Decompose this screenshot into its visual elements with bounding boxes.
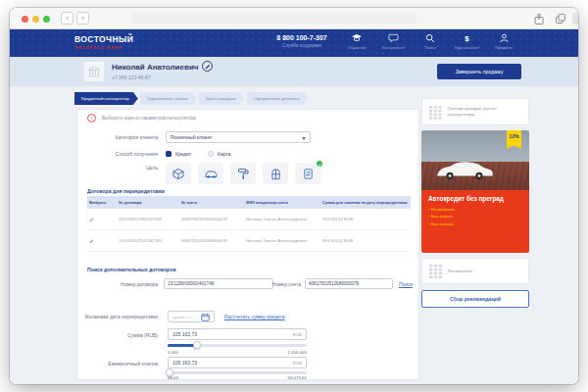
category-label: Категория клиента <box>81 134 158 140</box>
browser-forward-button[interactable]: › <box>76 12 89 24</box>
grid-icon <box>428 105 442 120</box>
bank-logo[interactable]: ВОСТОЧНЫЙ ЭКСПРЕСС БАНК <box>74 34 133 50</box>
row-checkbox[interactable]: ✓ <box>87 209 117 230</box>
finish-sale-button[interactable]: Завершить продажу <box>437 64 521 79</box>
category-value: Розничный клиент <box>171 134 213 140</box>
tab-credit-calculator[interactable]: Кредитный калькулятор <box>74 92 138 105</box>
banner-bullet: Без заботы <box>428 221 522 226</box>
support-phone-number: 8 800 100-7-307 <box>260 34 344 41</box>
browser-chrome: ‹ › <box>10 8 578 29</box>
box-icon <box>172 168 185 180</box>
amount-label: Сумма (RUB) <box>81 332 158 338</box>
nav-item-search[interactable]: Поиск <box>413 33 448 50</box>
classic-car-image <box>433 158 496 181</box>
nav-item-education[interactable]: Обучение <box>339 33 374 50</box>
row-owner: Ниглова Таисия Александровна <box>244 209 320 230</box>
browser-back-button[interactable]: ‹ <box>61 12 74 24</box>
amount-input[interactable]: 105 163,73 RUB <box>168 328 307 340</box>
nav-item-profile[interactable]: Профиль <box>486 33 521 50</box>
radio-card-label[interactable]: Карта <box>218 151 230 157</box>
payment-slider-track[interactable] <box>168 371 307 374</box>
banner-bullet: Без залога <box>428 214 522 219</box>
search-link[interactable]: Поиск <box>399 281 413 287</box>
col-contract[interactable]: № договора <box>117 196 179 209</box>
share-icon[interactable] <box>533 13 545 25</box>
purpose-mortgage-button[interactable] <box>263 163 288 184</box>
account-number-input[interactable] <box>305 278 393 289</box>
amount-currency: RUB <box>293 332 302 337</box>
dollar-icon: $ <box>465 33 468 43</box>
print-card[interactable]: Распечатать <box>421 258 529 284</box>
maximize-window-button[interactable] <box>43 16 50 23</box>
edit-client-button[interactable] <box>202 61 213 72</box>
amount-slider-track[interactable] <box>168 344 307 347</box>
warning-icon: ! <box>87 114 96 122</box>
collect-recommendations-button[interactable]: Сбор рекомендаций <box>421 290 529 308</box>
support-phone-block: 8 800 100-7-307 Служба поддержки <box>260 34 344 48</box>
address-bar[interactable] <box>132 13 416 24</box>
client-phone: +7 345 123-45-67 <box>112 74 151 80</box>
radio-credit-label[interactable]: Кредит <box>175 151 191 157</box>
method-label: Способ получения <box>81 151 158 157</box>
client-bar: Николай Анатолиевич +7 345 123-45-67 Зав… <box>10 57 578 86</box>
calculate-credit-link[interactable]: Рассчитать сумму кредита <box>224 314 285 319</box>
table-row[interactable]: ✓ 74/1026/5/7547/347384 4081781051268000… <box>87 230 411 252</box>
radio-credit[interactable] <box>166 151 172 157</box>
client-avatar <box>83 61 105 82</box>
autocredit-banner[interactable]: 12% Автокредит без преград Наличными Без… <box>421 130 529 253</box>
right-sidebar: Счетчик доходов, расчет калькулятора 12%… <box>421 86 529 384</box>
row-contract: 74/1026/5/7547/347384 <box>117 230 179 252</box>
purpose-repair-button[interactable] <box>230 163 256 184</box>
col-sum[interactable]: Сумма для гашения на дату перекредитовки <box>320 196 411 209</box>
radio-card[interactable] <box>208 151 214 157</box>
tab-bar: Кредитный калькулятор Оформление заявки … <box>74 92 311 105</box>
purpose-refinance-button[interactable]: ✓ <box>295 163 320 184</box>
browser-window: ‹ › ВОСТОЧНЫЙ ЭКСПРЕСС БАНК 8 800 100-7-… <box>10 8 578 384</box>
row-checkbox[interactable]: ✓ <box>87 230 117 252</box>
rate-badge: 12% <box>507 130 521 149</box>
warning-text: Выберите один из параметров калькулятора <box>102 116 196 121</box>
client-category-select[interactable]: Розничный клиент <box>166 131 311 143</box>
purpose-car-button[interactable] <box>198 163 223 184</box>
chat-icon <box>388 33 399 43</box>
income-counter-card[interactable]: Счетчик доходов, расчет калькулятора <box>421 98 529 125</box>
table-row[interactable]: ✓ 4115/58/5/7481/347334 4081781031268000… <box>87 209 411 230</box>
header-nav: Обучение Консультант Поиск $ Курсы валют <box>339 33 521 50</box>
person-icon <box>499 33 510 43</box>
amount-max: 1 000 000 <box>168 350 307 355</box>
toolbar-extra-icon[interactable] <box>572 13 578 24</box>
nav-item-currency[interactable]: $ Курсы валют <box>450 33 485 50</box>
col-select[interactable]: Выбрать <box>87 196 117 209</box>
purpose-goods-button[interactable] <box>166 163 191 184</box>
payment-input[interactable]: 105 163,73 RUB <box>168 357 307 368</box>
contracts-section-title: Договора для перекредитовки <box>87 188 165 194</box>
calendar-icon[interactable] <box>201 313 210 321</box>
chevron-down-icon <box>302 137 306 140</box>
app-header: ВОСТОЧНЫЙ ЭКСПРЕСС БАНК 8 800 100-7-307 … <box>10 29 578 57</box>
tab-deposit[interactable]: Оформление депозита <box>247 92 309 105</box>
tabs-overview-icon[interactable] <box>555 13 566 25</box>
contract-number-label: Номер договора <box>40 281 158 287</box>
minimize-window-button[interactable] <box>32 16 39 23</box>
forward-icon: › <box>81 14 84 23</box>
bank-building-icon <box>87 66 101 78</box>
tab-cross-sales[interactable]: Кросс-продажи <box>199 92 245 105</box>
col-account[interactable]: № счета <box>179 196 244 209</box>
search-icon <box>425 33 435 43</box>
refinance-date-input[interactable]: дд.мм.гггг <box>168 311 215 322</box>
payment-value: 105 163,73 <box>172 360 197 366</box>
search-section-title: Поиск дополнительных договоров <box>87 267 176 272</box>
account-number-label: Номер счета <box>242 281 301 287</box>
refinance-date-label: Желаемая дата перекредитовки <box>81 314 158 319</box>
graduation-cap-icon <box>351 33 363 43</box>
tab-application[interactable]: Оформление заявки <box>140 92 197 105</box>
bank-logo-text: ВОСТОЧНЫЙ <box>74 34 133 44</box>
payment-label: Ежемесячный платеж <box>81 361 158 367</box>
close-window-button[interactable] <box>22 16 28 23</box>
contracts-table: Выбрать № договора № счета ФИО владельца… <box>87 196 411 252</box>
amount-slider-handle[interactable] <box>193 341 201 349</box>
row-sum: 353 653,52 RUB <box>320 209 411 230</box>
calculator-panel: ! Выберите один из параметров калькулято… <box>76 109 419 380</box>
nav-item-consultant[interactable]: Консультант <box>376 33 412 50</box>
col-owner[interactable]: ФИО владельца счета <box>244 196 320 209</box>
